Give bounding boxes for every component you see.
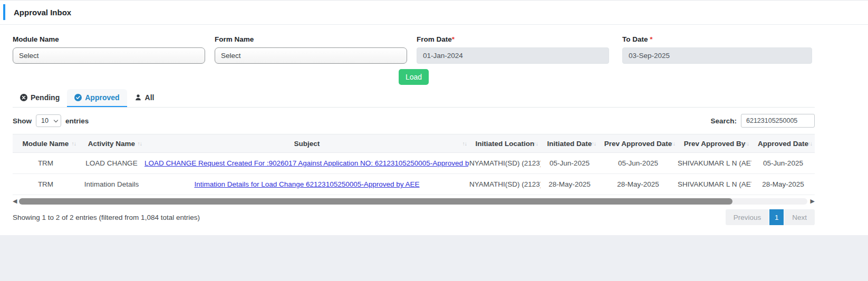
from-date-field: From Date* (417, 35, 609, 64)
sort-icon: ↑↓ (462, 140, 467, 147)
page-length-select[interactable]: 10 (36, 114, 61, 127)
form-name-label: Form Name (215, 35, 407, 43)
from-date-input[interactable] (417, 47, 609, 64)
tab-label: Pending (31, 93, 60, 102)
cell-subject: LOAD CHANGE Request Created For :9026017… (144, 153, 469, 174)
cell-subject: Intimation Details for Load Change 62123… (144, 174, 469, 195)
panel-content: Module Name Select Form Name Select From… (13, 25, 815, 225)
check-circle-icon (74, 94, 82, 101)
cell-prev-approved-by: SHIVAKUMAR L N (AET) (678, 153, 751, 174)
module-name-field: Module Name Select (13, 35, 205, 64)
to-date-label: To Date * (622, 35, 812, 43)
column-header-activity-name[interactable]: Activity Name↑↓ (79, 134, 144, 153)
module-name-value: Select (19, 52, 39, 60)
sort-icon: ↑↓ (72, 140, 76, 147)
required-asterisk: * (452, 35, 455, 43)
tab-bar: Pending Approved All (13, 89, 815, 108)
header-accent-bar (3, 4, 5, 20)
person-icon (134, 94, 142, 101)
table-row: TRM Intimation Details Intimation Detail… (13, 174, 815, 195)
filter-bar: Module Name Select Form Name Select From… (13, 35, 815, 64)
show-label: Show (13, 117, 32, 125)
column-header-initiated-date[interactable]: Initiated Date↑↓ (541, 134, 599, 153)
tab-label: All (145, 93, 155, 102)
table-info: Showing 1 to 2 of 2 entries (filtered fr… (13, 214, 200, 221)
column-header-prev-approved-by[interactable]: Prev Approved By↑↓ (678, 134, 751, 153)
tab-label: Approved (85, 93, 119, 102)
load-button[interactable]: Load (399, 69, 429, 85)
x-circle-icon (20, 94, 27, 101)
cell-prev-approved-date: 05-Jun-2025 (599, 153, 678, 174)
pagination: Previous 1 Next (726, 209, 815, 225)
panel-header: Approval Inbox (0, 1, 868, 25)
entries-label: entries (65, 117, 89, 125)
tab-approved[interactable]: Approved (67, 89, 127, 107)
to-date-field: To Date * (622, 35, 812, 64)
scroll-left-icon[interactable]: ◀ (13, 198, 17, 205)
sort-icon: ↑↓ (745, 140, 749, 147)
approval-inbox-panel: Approval Inbox Module Name Select Form N… (0, 0, 868, 235)
subject-link[interactable]: Intimation Details for Load Change 62123… (194, 180, 419, 188)
table-controls: Show 10 entries Search: (13, 114, 815, 128)
column-header-subject[interactable]: Subject↑↓ (144, 134, 469, 153)
module-name-label: Module Name (13, 35, 205, 43)
cell-initiated-location: NYAMATHI(SD) (2123) (469, 153, 541, 174)
search-control: Search: (710, 114, 815, 128)
form-name-field: Form Name Select (215, 35, 407, 64)
cell-approved-date: 05-Jun-2025 (751, 153, 815, 174)
page-title: Approval Inbox (14, 8, 71, 17)
cell-prev-approved-by: SHIVAKUMAR L N (AET) (678, 174, 751, 195)
sort-icon: ↑↓ (592, 140, 596, 147)
page-number-button[interactable]: 1 (769, 209, 784, 225)
required-asterisk: * (650, 35, 652, 43)
tab-all[interactable]: All (127, 89, 162, 107)
search-label: Search: (710, 117, 737, 125)
column-header-initiated-location[interactable]: Initiated Location↑↓ (469, 134, 541, 153)
from-date-label: From Date* (417, 35, 609, 43)
subject-link[interactable]: LOAD CHANGE Request Created For :9026017… (144, 159, 469, 167)
table-footer: Showing 1 to 2 of 2 entries (filtered fr… (13, 209, 815, 225)
cell-initiated-date: 28-May-2025 (541, 174, 599, 195)
horizontal-scrollbar: ◀ ▶ (13, 198, 815, 205)
scrollbar-thumb[interactable] (19, 198, 732, 205)
next-page-button[interactable]: Next (784, 209, 815, 225)
page-length-control: Show 10 entries (13, 114, 89, 127)
column-header-prev-approved-date[interactable]: Prev Approved Date↑↓ (599, 134, 678, 153)
cell-prev-approved-date: 28-May-2025 (599, 174, 678, 195)
column-header-module-name[interactable]: Module Name↑↓ (13, 134, 79, 153)
form-name-select[interactable]: Select (215, 47, 407, 64)
tab-pending[interactable]: Pending (13, 89, 67, 107)
cell-activity-name: LOAD CHANGE (79, 153, 144, 174)
sort-icon: ↑↓ (534, 140, 538, 147)
scroll-right-icon[interactable]: ▶ (811, 198, 815, 205)
table-header: Module Name↑↓ Activity Name↑↓ Subject↑↓ … (13, 134, 815, 153)
table-row: TRM LOAD CHANGE LOAD CHANGE Request Crea… (13, 153, 815, 174)
cell-initiated-date: 05-Jun-2025 (541, 153, 599, 174)
scrollbar-track[interactable] (19, 198, 807, 205)
column-header-approved-date[interactable]: Approved Date↑↓ (751, 134, 815, 153)
load-button-row: Load (13, 69, 815, 85)
approvals-table: Module Name↑↓ Activity Name↑↓ Subject↑↓ … (13, 134, 815, 195)
to-date-input[interactable] (622, 47, 812, 64)
cell-module-name: TRM (13, 174, 79, 195)
form-name-value: Select (221, 52, 241, 60)
sort-icon: ↑↓ (671, 140, 676, 147)
cell-approved-date: 28-May-2025 (751, 174, 815, 195)
search-input[interactable] (741, 114, 815, 128)
cell-module-name: TRM (13, 153, 79, 174)
previous-page-button[interactable]: Previous (726, 209, 769, 225)
cell-activity-name: Intimation Details (79, 174, 144, 195)
sort-icon: ↑↓ (808, 140, 813, 147)
module-name-select[interactable]: Select (13, 47, 205, 64)
sort-icon: ↑↓ (138, 140, 142, 147)
cell-initiated-location: NYAMATHI(SD) (2123) (469, 174, 541, 195)
